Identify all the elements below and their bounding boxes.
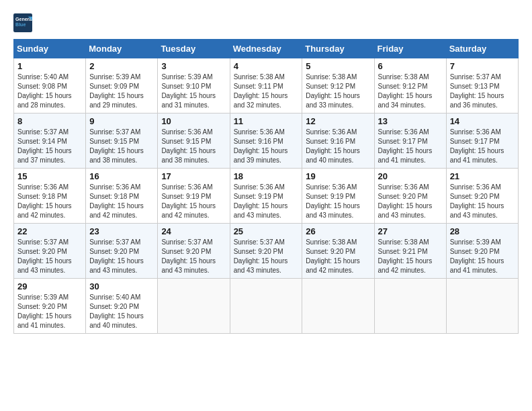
sunrise-label: Sunrise: 5:39 AM bbox=[161, 73, 212, 81]
calendar-cell: 18 Sunrise: 5:36 AM Sunset: 9:19 PM Dayl… bbox=[230, 169, 302, 224]
day-info: Sunrise: 5:36 AM Sunset: 9:17 PM Dayligh… bbox=[378, 128, 443, 165]
sunrise-label: Sunrise: 5:37 AM bbox=[17, 238, 69, 246]
day-number: 23 bbox=[89, 226, 154, 236]
calendar-cell bbox=[158, 279, 230, 334]
calendar-cell: 20 Sunrise: 5:36 AM Sunset: 9:20 PM Dayl… bbox=[374, 169, 446, 224]
sunrise-label: Sunrise: 5:36 AM bbox=[450, 183, 501, 191]
daylight-label: Daylight: 15 hours and 42 minutes. bbox=[378, 257, 433, 274]
daylight-label: Daylight: 15 hours and 39 minutes. bbox=[234, 147, 288, 164]
daylight-label: Daylight: 15 hours and 41 minutes. bbox=[17, 312, 72, 329]
calendar-cell: 25 Sunrise: 5:37 AM Sunset: 9:20 PM Dayl… bbox=[230, 224, 302, 279]
day-info: Sunrise: 5:40 AM Sunset: 9:08 PM Dayligh… bbox=[17, 73, 82, 110]
day-number: 25 bbox=[234, 226, 299, 236]
sunset-label: Sunset: 9:20 PM bbox=[450, 193, 500, 200]
calendar-cell: 29 Sunrise: 5:39 AM Sunset: 9:20 PM Dayl… bbox=[14, 279, 86, 334]
day-info: Sunrise: 5:36 AM Sunset: 9:15 PM Dayligh… bbox=[161, 128, 226, 165]
sunset-label: Sunset: 9:19 PM bbox=[234, 193, 283, 200]
calendar-week-row: 15 Sunrise: 5:36 AM Sunset: 9:18 PM Dayl… bbox=[14, 169, 519, 224]
sunrise-label: Sunrise: 5:36 AM bbox=[234, 183, 285, 191]
day-number: 26 bbox=[306, 226, 370, 236]
sunrise-label: Sunrise: 5:36 AM bbox=[378, 128, 429, 136]
daylight-label: Daylight: 15 hours and 40 minutes. bbox=[89, 312, 144, 329]
calendar-cell: 8 Sunrise: 5:37 AM Sunset: 9:14 PM Dayli… bbox=[14, 113, 86, 169]
daylight-label: Daylight: 15 hours and 31 minutes. bbox=[161, 92, 216, 109]
daylight-label: Daylight: 15 hours and 43 minutes. bbox=[234, 202, 288, 219]
calendar-cell: 10 Sunrise: 5:36 AM Sunset: 9:15 PM Dayl… bbox=[158, 113, 230, 169]
day-info: Sunrise: 5:38 AM Sunset: 9:20 PM Dayligh… bbox=[306, 238, 370, 275]
calendar-cell: 16 Sunrise: 5:36 AM Sunset: 9:18 PM Dayl… bbox=[86, 169, 158, 224]
day-number: 12 bbox=[306, 116, 370, 126]
daylight-label: Daylight: 15 hours and 29 minutes. bbox=[89, 92, 144, 109]
sunset-label: Sunset: 9:10 PM bbox=[161, 83, 211, 90]
daylight-label: Daylight: 15 hours and 41 minutes. bbox=[450, 147, 504, 164]
sunrise-label: Sunrise: 5:39 AM bbox=[89, 73, 140, 81]
calendar-cell: 6 Sunrise: 5:38 AM Sunset: 9:12 PM Dayli… bbox=[374, 58, 446, 113]
day-number: 10 bbox=[161, 116, 226, 126]
sunset-label: Sunset: 9:20 PM bbox=[234, 248, 283, 255]
calendar-week-row: 8 Sunrise: 5:37 AM Sunset: 9:14 PM Dayli… bbox=[14, 113, 519, 169]
sunrise-label: Sunrise: 5:36 AM bbox=[161, 183, 212, 191]
calendar-week-row: 29 Sunrise: 5:39 AM Sunset: 9:20 PM Dayl… bbox=[14, 279, 519, 334]
sunrise-label: Sunrise: 5:37 AM bbox=[450, 73, 501, 81]
calendar-header: SundayMondayTuesdayWednesdayThursdayFrid… bbox=[14, 40, 519, 58]
day-info: Sunrise: 5:36 AM Sunset: 9:18 PM Dayligh… bbox=[17, 183, 82, 220]
sunrise-label: Sunrise: 5:38 AM bbox=[306, 73, 357, 81]
calendar-cell: 23 Sunrise: 5:37 AM Sunset: 9:20 PM Dayl… bbox=[86, 224, 158, 279]
sunset-label: Sunset: 9:16 PM bbox=[234, 138, 283, 145]
calendar-cell: 12 Sunrise: 5:36 AM Sunset: 9:16 PM Dayl… bbox=[302, 113, 374, 169]
day-info: Sunrise: 5:40 AM Sunset: 9:20 PM Dayligh… bbox=[89, 293, 154, 330]
sunset-label: Sunset: 9:19 PM bbox=[306, 193, 355, 200]
weekday-header-tuesday: Tuesday bbox=[158, 40, 230, 58]
calendar-cell bbox=[374, 279, 446, 334]
day-number: 18 bbox=[234, 171, 299, 181]
day-info: Sunrise: 5:37 AM Sunset: 9:14 PM Dayligh… bbox=[17, 128, 82, 165]
day-number: 3 bbox=[161, 61, 226, 71]
sunset-label: Sunset: 9:20 PM bbox=[450, 248, 500, 255]
day-info: Sunrise: 5:36 AM Sunset: 9:20 PM Dayligh… bbox=[378, 183, 443, 220]
sunset-label: Sunset: 9:15 PM bbox=[161, 138, 211, 145]
calendar-cell: 26 Sunrise: 5:38 AM Sunset: 9:20 PM Dayl… bbox=[302, 224, 374, 279]
sunset-label: Sunset: 9:20 PM bbox=[89, 248, 139, 255]
day-number: 19 bbox=[306, 171, 370, 181]
svg-text:Blue: Blue bbox=[15, 22, 26, 27]
sunrise-label: Sunrise: 5:36 AM bbox=[89, 183, 140, 191]
day-number: 30 bbox=[89, 281, 154, 291]
daylight-label: Daylight: 15 hours and 38 minutes. bbox=[161, 147, 216, 164]
sunrise-label: Sunrise: 5:37 AM bbox=[161, 238, 212, 246]
day-number: 7 bbox=[450, 61, 515, 71]
day-number: 6 bbox=[378, 61, 443, 71]
day-number: 2 bbox=[89, 61, 154, 71]
daylight-label: Daylight: 15 hours and 37 minutes. bbox=[17, 147, 72, 164]
sunrise-label: Sunrise: 5:36 AM bbox=[306, 128, 357, 136]
day-info: Sunrise: 5:37 AM Sunset: 9:20 PM Dayligh… bbox=[234, 238, 299, 275]
sunset-label: Sunset: 9:18 PM bbox=[89, 193, 139, 200]
sunrise-label: Sunrise: 5:36 AM bbox=[378, 183, 429, 191]
day-number: 17 bbox=[161, 171, 226, 181]
daylight-label: Daylight: 15 hours and 43 minutes. bbox=[234, 257, 288, 274]
calendar-cell: 28 Sunrise: 5:39 AM Sunset: 9:20 PM Dayl… bbox=[446, 224, 518, 279]
sunrise-label: Sunrise: 5:36 AM bbox=[234, 128, 285, 136]
sunset-label: Sunset: 9:20 PM bbox=[17, 303, 67, 310]
sunset-label: Sunset: 9:08 PM bbox=[17, 83, 67, 90]
day-info: Sunrise: 5:37 AM Sunset: 9:13 PM Dayligh… bbox=[450, 73, 515, 110]
sunrise-label: Sunrise: 5:37 AM bbox=[234, 238, 285, 246]
sunrise-label: Sunrise: 5:38 AM bbox=[378, 73, 429, 81]
day-info: Sunrise: 5:36 AM Sunset: 9:18 PM Dayligh… bbox=[89, 183, 154, 220]
sunset-label: Sunset: 9:20 PM bbox=[306, 248, 355, 255]
day-info: Sunrise: 5:39 AM Sunset: 9:10 PM Dayligh… bbox=[161, 73, 226, 110]
calendar-cell: 3 Sunrise: 5:39 AM Sunset: 9:10 PM Dayli… bbox=[158, 58, 230, 113]
sunset-label: Sunset: 9:17 PM bbox=[378, 138, 428, 145]
daylight-label: Daylight: 15 hours and 34 minutes. bbox=[378, 92, 433, 109]
daylight-label: Daylight: 15 hours and 41 minutes. bbox=[450, 257, 504, 274]
sunset-label: Sunset: 9:20 PM bbox=[89, 303, 139, 310]
weekday-header-sunday: Sunday bbox=[14, 40, 86, 58]
day-info: Sunrise: 5:36 AM Sunset: 9:16 PM Dayligh… bbox=[234, 128, 299, 165]
sunset-label: Sunset: 9:20 PM bbox=[378, 193, 428, 200]
weekday-header-wednesday: Wednesday bbox=[230, 40, 302, 58]
calendar-cell: 22 Sunrise: 5:37 AM Sunset: 9:20 PM Dayl… bbox=[14, 224, 86, 279]
day-number: 4 bbox=[234, 61, 299, 71]
calendar-cell: 19 Sunrise: 5:36 AM Sunset: 9:19 PM Dayl… bbox=[302, 169, 374, 224]
sunrise-label: Sunrise: 5:38 AM bbox=[378, 238, 429, 246]
daylight-label: Daylight: 15 hours and 43 minutes. bbox=[306, 202, 360, 219]
daylight-label: Daylight: 15 hours and 38 minutes. bbox=[89, 147, 144, 164]
